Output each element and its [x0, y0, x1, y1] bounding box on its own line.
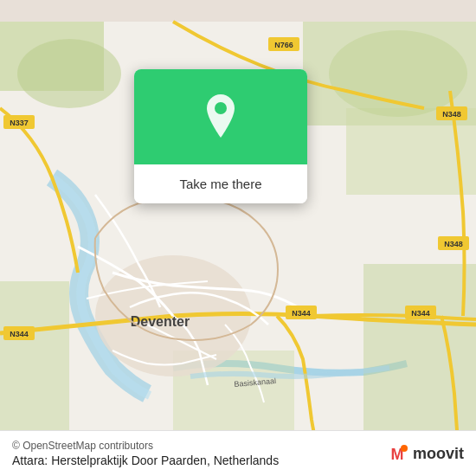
svg-text:N344: N344	[411, 309, 430, 318]
popup-card: Take me there	[134, 69, 307, 203]
svg-text:N766: N766	[274, 41, 293, 49]
location-info: © OpenStreetMap contributors Attara: Her…	[12, 440, 279, 467]
map-container: N337 N766 N348 N348 N344 N344 N344 Deven…	[0, 0, 476, 476]
svg-rect-7	[363, 264, 476, 437]
svg-text:N337: N337	[10, 119, 29, 127]
map-pin-icon	[202, 93, 240, 141]
svg-point-4	[17, 39, 121, 108]
moovit-icon: M	[385, 441, 409, 466]
popup-green-header	[134, 69, 307, 164]
moovit-brand-text: moovit	[413, 445, 464, 463]
location-title: Attara: Herstelpraktijk Door Paarden, Ne…	[12, 453, 279, 467]
svg-point-26	[215, 102, 227, 114]
moovit-logo: M moovit	[385, 441, 464, 466]
bottom-bar: © OpenStreetMap contributors Attara: Her…	[0, 430, 476, 476]
svg-text:N344: N344	[292, 309, 311, 318]
svg-text:N348: N348	[442, 110, 461, 119]
svg-rect-6	[0, 281, 69, 437]
svg-text:N344: N344	[10, 330, 29, 338]
svg-text:N348: N348	[444, 240, 463, 248]
take-me-there-button[interactable]: Take me there	[134, 164, 307, 203]
attribution-text: © OpenStreetMap contributors	[12, 440, 279, 452]
svg-point-29	[401, 445, 408, 452]
